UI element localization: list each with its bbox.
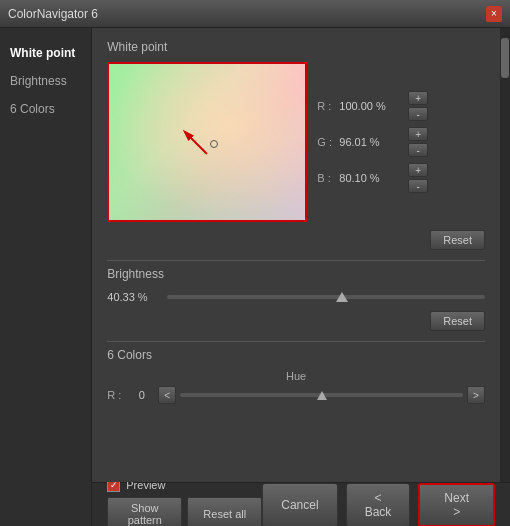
- brightness-title: Brightness: [107, 267, 485, 281]
- brightness-reset-row: Reset: [107, 311, 485, 331]
- b-row: B : 80.10 % + -: [317, 163, 428, 193]
- scrollbar[interactable]: [500, 28, 510, 482]
- hue-right-btn[interactable]: >: [467, 386, 485, 404]
- svg-line-1: [187, 134, 207, 154]
- hue-label: Hue: [107, 370, 485, 382]
- r-value: 100.00 %: [339, 100, 404, 112]
- brightness-reset-btn[interactable]: Reset: [430, 311, 485, 331]
- footer-bar: ✓ Preview Show pattern Reset all Cancel …: [92, 482, 510, 526]
- g-plus-btn[interactable]: +: [408, 127, 428, 141]
- r-label: R :: [317, 100, 335, 112]
- divider-2: [107, 341, 485, 342]
- bottom-left-controls: ✓ Preview Show pattern Reset all: [107, 479, 262, 527]
- b-minus-btn[interactable]: -: [408, 179, 428, 193]
- divider-1: [107, 260, 485, 261]
- action-buttons: Show pattern Reset all: [107, 497, 262, 527]
- rgb-controls: R : 100.00 % + - G : 96.01 %: [317, 62, 428, 222]
- g-label: G :: [317, 136, 335, 148]
- hue-label-row: Hue: [107, 370, 485, 382]
- b-label: B :: [317, 172, 335, 184]
- brightness-thumb: [336, 292, 348, 302]
- r-minus-btn[interactable]: -: [408, 107, 428, 121]
- brightness-value: 40.33 %: [107, 291, 157, 303]
- brightness-slider[interactable]: [167, 289, 485, 305]
- wp-reset-row: Reset: [107, 230, 485, 250]
- r-plus-btn[interactable]: +: [408, 91, 428, 105]
- hue-r-value: 0: [129, 389, 154, 401]
- app-title: ColorNavigator 6: [8, 7, 98, 21]
- reset-all-btn[interactable]: Reset all: [187, 497, 262, 527]
- show-pattern-btn[interactable]: Show pattern: [107, 497, 182, 527]
- g-pm-col: + -: [408, 127, 428, 157]
- g-value: 96.01 %: [339, 136, 404, 148]
- back-btn[interactable]: < Back: [346, 483, 411, 527]
- b-value: 80.10 %: [339, 172, 404, 184]
- six-colors-title: 6 Colors: [107, 348, 485, 362]
- sidebar-item-brightness[interactable]: Brightness: [10, 71, 81, 91]
- sidebar: White point Brightness 6 Colors: [0, 28, 92, 526]
- hue-left-btn[interactable]: <: [158, 386, 176, 404]
- color-picker-container: R : 100.00 % + - G : 96.01 %: [107, 62, 485, 222]
- g-row: G : 96.01 % + -: [317, 127, 428, 157]
- sidebar-item-white-point[interactable]: White point: [10, 43, 81, 63]
- hue-track[interactable]: [180, 393, 463, 397]
- b-pm-col: + -: [408, 163, 428, 193]
- sidebar-item-6-colors[interactable]: 6 Colors: [10, 99, 81, 119]
- wp-reset-btn[interactable]: Reset: [430, 230, 485, 250]
- close-button[interactable]: ×: [486, 6, 502, 22]
- brightness-row: 40.33 %: [107, 289, 485, 305]
- hue-thumb: [317, 391, 327, 400]
- r-pm-col: + -: [408, 91, 428, 121]
- b-plus-btn[interactable]: +: [408, 163, 428, 177]
- title-bar: ColorNavigator 6 ×: [0, 0, 510, 28]
- six-colors-section: 6 Colors Hue R : 0 < >: [107, 348, 485, 404]
- content-area: White point: [92, 28, 500, 482]
- next-btn[interactable]: Next >: [418, 483, 495, 527]
- g-minus-btn[interactable]: -: [408, 143, 428, 157]
- brightness-section: Brightness 40.33 % Reset: [107, 267, 485, 331]
- brightness-track: [167, 295, 485, 299]
- hue-r-label: R :: [107, 389, 125, 401]
- color-arrow-indicator: [169, 119, 219, 159]
- cancel-btn[interactable]: Cancel: [262, 483, 337, 527]
- footer-right: Cancel < Back Next >: [262, 483, 495, 527]
- color-picker-canvas[interactable]: [107, 62, 307, 222]
- hue-slider-container: R : 0 < >: [107, 386, 485, 404]
- r-row: R : 100.00 % + -: [317, 91, 428, 121]
- white-point-title: White point: [107, 40, 485, 54]
